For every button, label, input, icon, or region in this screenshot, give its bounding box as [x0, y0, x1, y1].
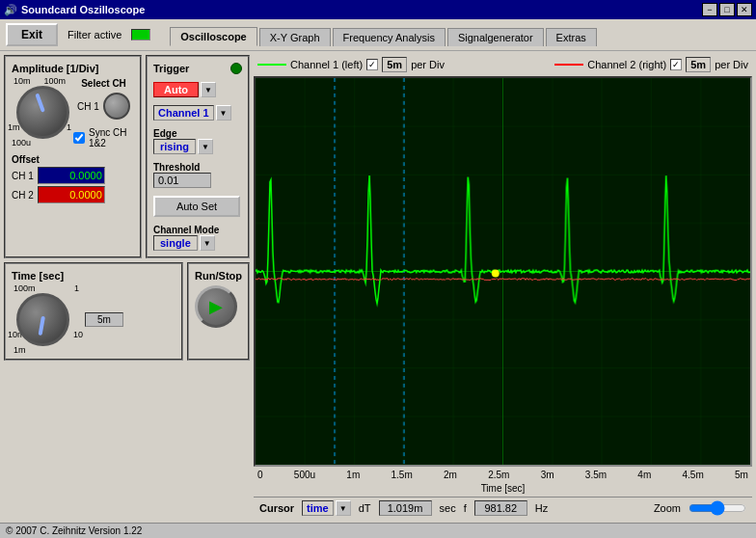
title-bar: 🔊 Soundcard Oszilloscope − □ ✕ — [0, 0, 756, 19]
minimize-button[interactable]: − — [702, 3, 717, 16]
tab-signal-generator[interactable]: Signalgenerator — [447, 28, 544, 46]
offset-label: Offset — [12, 154, 134, 165]
time-label-1: 1 — [74, 283, 79, 293]
dt-value: 1.019m — [379, 500, 432, 516]
trigger-channel-label: Channel 1 — [153, 105, 214, 121]
x-label-2m: 2m — [444, 470, 457, 480]
ch2-offset-input[interactable] — [38, 186, 105, 203]
sync-row: Sync CH 1&2 — [73, 127, 134, 148]
filter-active-indicator — [131, 29, 150, 40]
app-icon: 🔊 — [4, 4, 17, 16]
channel-mode-section: Channel Mode single ▼ — [153, 225, 242, 251]
time-knob[interactable] — [16, 293, 69, 346]
right-panel: Channel 1 (left) ✓ 5m per Div Channel 2 … — [254, 55, 752, 519]
ch1-label: CH 1 — [77, 101, 99, 112]
offset-section: Offset CH 1 CH 2 — [12, 154, 134, 203]
ch2-per-div[interactable]: 5m — [686, 57, 711, 72]
channel-legend: Channel 1 (left) ✓ 5m per Div Channel 2 … — [254, 55, 752, 74]
channel-mode-dropdown-arrow[interactable]: ▼ — [200, 235, 215, 251]
tab-extras[interactable]: Extras — [546, 28, 597, 46]
threshold-input[interactable] — [153, 173, 211, 188]
x-label-3m: 3m — [541, 470, 554, 480]
channel-mode-label: Channel Mode — [153, 225, 242, 235]
time-label-100m: 100m — [14, 283, 36, 293]
trigger-mode-dropdown-arrow[interactable]: ▼ — [201, 82, 216, 97]
filter-label: Filter active — [68, 29, 122, 40]
sync-label: Sync CH 1&2 — [89, 127, 134, 148]
tab-xy-graph[interactable]: X-Y Graph — [259, 28, 331, 46]
exit-button[interactable]: Exit — [6, 23, 58, 46]
select-ch-area: Select CH CH 1 Sync CH 1&2 — [73, 78, 134, 148]
x-axis-labels: 0 500u 1m 1.5m 2m 2.5m 3m 3.5m 4m 4.5m 5… — [254, 469, 752, 481]
maximize-button[interactable]: □ — [719, 3, 735, 16]
ch1-line — [257, 64, 286, 66]
trigger-indicator — [230, 63, 242, 74]
cursor-bar: Cursor time ▼ dT 1.019m sec f 981.82 Hz … — [254, 497, 752, 519]
threshold-section: Threshold — [153, 162, 242, 188]
x-label-0: 0 — [257, 470, 263, 480]
ch2-legend: Channel 2 (right) ✓ 5m per Div — [554, 57, 748, 72]
tab-oscilloscope[interactable]: Oscilloscope — [170, 27, 256, 46]
amp-label-100m: 100m — [43, 76, 66, 86]
ch2-per-div-label: per Div — [715, 59, 748, 70]
time-title: Time [sec] — [12, 270, 176, 282]
ch1-offset-row: CH 1 — [12, 167, 134, 184]
time-label-1m: 1m — [14, 345, 26, 355]
x-axis-unit: Time [sec] — [254, 483, 752, 495]
window-controls: − □ ✕ — [702, 3, 752, 16]
amplitude-knob-container: 10m 100m 1 100u 1m — [12, 78, 68, 146]
ch1-per-div[interactable]: 5m — [382, 57, 407, 72]
cursor-mode-value: time — [302, 500, 334, 516]
runstop-section: Run/Stop ▶ — [187, 262, 250, 361]
sync-checkbox[interactable] — [73, 132, 85, 144]
select-ch-label: Select CH — [81, 78, 126, 89]
f-value: 981.82 — [474, 500, 527, 516]
copyright-bar: © 2007 C. Zeihnitz Version 1.22 — [0, 523, 756, 538]
f-unit: Hz — [535, 502, 548, 514]
left-panel: Amplitude [1/Div] 10m 100m 1 100u 1m — [4, 55, 250, 519]
x-label-1m: 1m — [346, 470, 360, 480]
x-label-4-5m: 4.5m — [683, 470, 704, 480]
time-knob-container: 100m 1 10 1m 10m — [12, 285, 79, 353]
runstop-button[interactable]: ▶ — [195, 285, 237, 328]
x-label-2-5m: 2.5m — [488, 470, 509, 480]
amp-label-10m: 10m — [14, 76, 31, 86]
zoom-slider[interactable] — [688, 500, 746, 516]
trigger-title: Trigger — [153, 63, 189, 74]
ch2-offset-label: CH 2 — [12, 190, 34, 201]
trigger-mode-row: Auto ▼ — [153, 82, 242, 97]
cursor-label: Cursor — [259, 502, 294, 514]
ch1-select-knob[interactable] — [103, 93, 130, 120]
dt-unit: sec — [440, 502, 456, 514]
amplitude-section: Amplitude [1/Div] 10m 100m 1 100u 1m — [4, 55, 142, 258]
close-button[interactable]: ✕ — [737, 3, 752, 16]
ch1-offset-input[interactable] — [38, 167, 105, 184]
ch2-offset-row: CH 2 — [12, 186, 134, 203]
ch1-offset-label: CH 1 — [12, 171, 34, 181]
ch2-line — [554, 64, 583, 66]
amplitude-knob[interactable] — [16, 86, 69, 139]
amplitude-title: Amplitude [1/Div] — [12, 63, 134, 74]
x-label-5m: 5m — [735, 470, 748, 480]
runstop-title: Run/Stop — [195, 270, 242, 282]
oscilloscope-display — [254, 76, 752, 467]
autoset-button[interactable]: Auto Set — [153, 196, 240, 217]
ch1-checkbox[interactable]: ✓ — [366, 59, 378, 70]
top-controls-row: Amplitude [1/Div] 10m 100m 1 100u 1m — [4, 55, 250, 258]
ch2-checkbox[interactable]: ✓ — [670, 59, 682, 70]
tab-frequency-analysis[interactable]: Frequency Analysis — [333, 28, 446, 46]
cursor-mode-dropdown-arrow[interactable]: ▼ — [336, 500, 351, 516]
x-label-3-5m: 3.5m — [585, 470, 607, 480]
trigger-channel-dropdown-arrow[interactable]: ▼ — [216, 105, 231, 121]
edge-dropdown-arrow[interactable]: ▼ — [198, 139, 213, 154]
play-icon: ▶ — [209, 296, 223, 317]
trigger-auto-button[interactable]: Auto — [153, 82, 199, 97]
f-label: f — [464, 502, 467, 514]
cursor-mode-row: time ▼ — [302, 500, 351, 516]
trigger-edge-section: Edge rising ▼ — [153, 128, 242, 154]
edge-label: Edge — [153, 128, 242, 139]
x-label-500u: 500u — [294, 470, 315, 480]
ch1-per-div-label: per Div — [411, 59, 445, 70]
top-bar: Exit Filter active Oscilloscope X-Y Grap… — [0, 19, 756, 51]
time-knob-row: 100m 1 10 1m 10m 5m — [12, 285, 176, 353]
